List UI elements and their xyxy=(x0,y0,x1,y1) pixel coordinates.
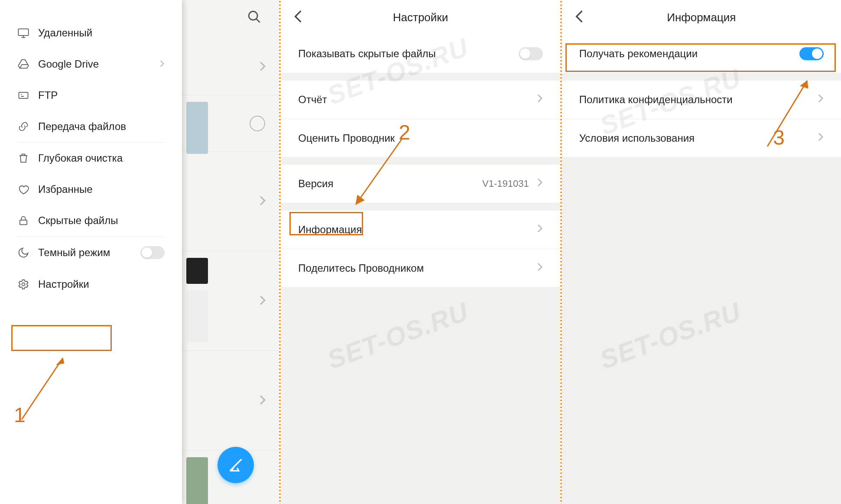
screen-file-explorer: Удаленный Google Drive FTP xyxy=(0,0,279,504)
sidebar-item-label: Скрытые файлы xyxy=(38,215,118,227)
moon-icon xyxy=(17,247,29,259)
row-label: Условия использования xyxy=(579,132,695,144)
row-terms[interactable]: Условия использования xyxy=(562,119,841,157)
chevron-right-icon xyxy=(259,394,266,407)
chevron-right-icon xyxy=(537,262,543,274)
page-title: Информация xyxy=(562,11,841,24)
sidebar-item-label: FTP xyxy=(38,89,58,101)
link-icon xyxy=(17,120,29,133)
row-information[interactable]: Информация xyxy=(281,211,560,249)
svg-point-5 xyxy=(22,283,25,286)
select-circle-icon[interactable] xyxy=(250,116,265,131)
darkmode-toggle[interactable] xyxy=(140,246,165,259)
chevron-right-icon xyxy=(537,94,543,106)
sidebar-item-remote[interactable]: Удаленный xyxy=(0,17,182,49)
row-label: Оценить Проводник xyxy=(298,132,395,144)
row-show-hidden[interactable]: Показывать скрытые файлы xyxy=(281,35,560,73)
svg-line-1 xyxy=(257,19,260,23)
sidebar-item-label: Избранные xyxy=(38,183,93,195)
chevron-right-icon xyxy=(818,132,824,144)
file-row[interactable] xyxy=(182,152,279,251)
row-label: Получать рекомендации xyxy=(579,48,698,60)
file-row[interactable] xyxy=(182,39,279,95)
recommendations-toggle[interactable] xyxy=(799,47,824,60)
sidebar-item-label: Темный режим xyxy=(38,247,110,259)
sidebar-item-label: Удаленный xyxy=(38,27,92,39)
row-version[interactable]: Версия V1-191031 xyxy=(281,165,560,203)
page-header: Информация xyxy=(562,0,841,35)
sidebar-item-transfer[interactable]: Передача файлов xyxy=(0,111,182,142)
chevron-right-icon xyxy=(259,295,266,308)
page-header: Настройки xyxy=(281,0,560,35)
row-label: Информация xyxy=(298,224,362,236)
svg-rect-4 xyxy=(20,220,27,224)
background-grid xyxy=(182,0,279,504)
row-label: Версия xyxy=(298,178,333,190)
sidebar-item-label: Глубокая очистка xyxy=(38,152,123,164)
chevron-right-icon xyxy=(159,58,165,70)
screen-information: Информация Получать рекомендации Политик… xyxy=(562,0,841,504)
sidebar-item-deep-clean[interactable]: Глубокая очистка xyxy=(0,143,182,174)
hidden-files-toggle[interactable] xyxy=(519,47,543,60)
chevron-right-icon xyxy=(818,94,824,106)
row-label: Отчёт xyxy=(298,94,327,106)
file-row[interactable] xyxy=(182,351,279,451)
file-row[interactable] xyxy=(182,95,279,152)
monitor-icon xyxy=(17,27,29,39)
lock-icon xyxy=(17,215,29,227)
sidebar-item-gdrive[interactable]: Google Drive xyxy=(0,49,182,80)
sidebar-item-label: Google Drive xyxy=(38,58,99,70)
chevron-right-icon xyxy=(259,61,266,74)
file-row[interactable] xyxy=(182,251,279,351)
svg-rect-2 xyxy=(18,29,28,36)
version-value: V1-191031 xyxy=(482,178,537,189)
back-button[interactable] xyxy=(575,10,584,25)
screen-settings: Настройки Показывать скрытые файлы Отчёт… xyxy=(281,0,560,504)
row-privacy[interactable]: Политика конфиденциальности xyxy=(562,81,841,119)
watermark: SET-OS.RU xyxy=(596,296,745,375)
row-report[interactable]: Отчёт xyxy=(281,81,560,119)
page-title: Настройки xyxy=(281,11,560,24)
heart-icon xyxy=(17,183,29,195)
row-rate[interactable]: Оценить Проводник xyxy=(281,119,560,157)
sidebar-item-darkmode[interactable]: Темный режим xyxy=(0,237,182,269)
sidebar-drawer: Удаленный Google Drive FTP xyxy=(0,0,182,504)
gear-icon xyxy=(17,278,29,290)
sidebar-item-favorites[interactable]: Избранные xyxy=(0,174,182,205)
watermark: SET-OS.RU xyxy=(324,296,473,375)
search-icon[interactable] xyxy=(247,10,262,26)
clean-fab-button[interactable] xyxy=(218,447,254,483)
back-button[interactable] xyxy=(294,10,302,25)
chevron-right-icon xyxy=(259,195,266,208)
chevron-right-icon xyxy=(537,178,543,190)
row-share[interactable]: Поделитесь Проводником xyxy=(281,249,560,287)
gdrive-icon xyxy=(17,58,29,70)
row-label: Поделитесь Проводником xyxy=(298,262,424,274)
sidebar-item-ftp[interactable]: FTP xyxy=(0,80,182,111)
sidebar-item-label: Настройки xyxy=(38,278,89,290)
svg-rect-3 xyxy=(19,92,28,98)
chevron-right-icon xyxy=(537,224,543,236)
sidebar-item-settings[interactable]: Настройки xyxy=(0,269,182,300)
row-label: Показывать скрытые файлы xyxy=(298,48,436,60)
svg-point-0 xyxy=(249,11,258,20)
ftp-icon xyxy=(17,89,29,101)
sidebar-item-label: Передача файлов xyxy=(38,120,126,133)
row-recommendations[interactable]: Получать рекомендации xyxy=(562,35,841,73)
sidebar-item-hidden[interactable]: Скрытые файлы xyxy=(0,205,182,236)
trash-icon xyxy=(17,152,29,164)
row-label: Политика конфиденциальности xyxy=(579,94,733,106)
